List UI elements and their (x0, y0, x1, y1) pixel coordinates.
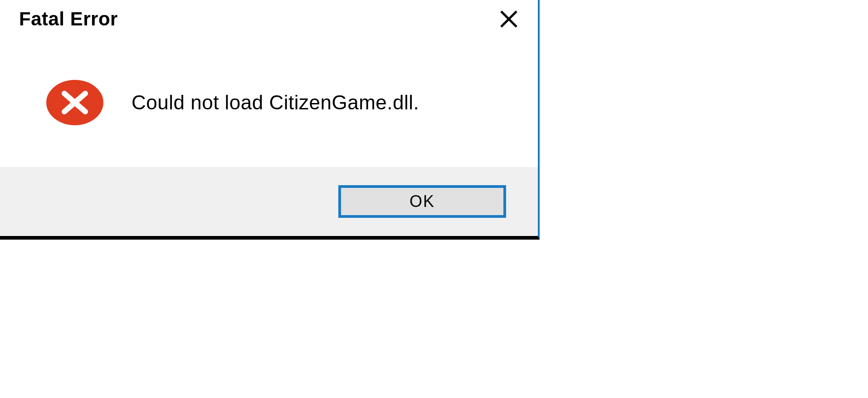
close-button[interactable] (498, 8, 520, 30)
titlebar: Fatal Error (0, 0, 538, 38)
button-bar: OK (0, 167, 538, 236)
error-dialog: Fatal Error Could not load CitizenGame.d… (0, 0, 540, 240)
close-icon (499, 10, 518, 29)
ok-button[interactable]: OK (338, 185, 506, 218)
error-message: Could not load CitizenGame.dll. (132, 91, 419, 114)
dialog-content: Could not load CitizenGame.dll. (0, 38, 538, 167)
error-icon (45, 79, 104, 126)
dialog-title: Fatal Error (19, 8, 118, 30)
